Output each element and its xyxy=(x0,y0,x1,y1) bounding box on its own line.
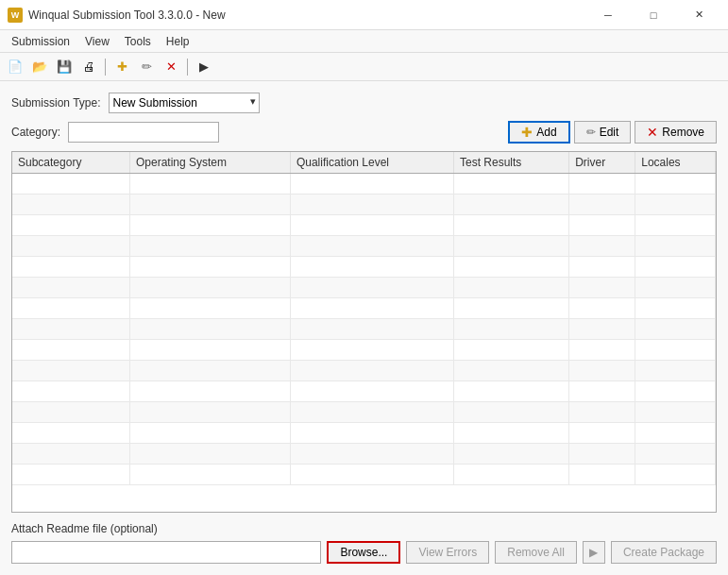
menu-help[interactable]: Help xyxy=(159,30,197,52)
submissions-table: Subcategory Operating System Qualificati… xyxy=(12,152,716,485)
col-locales: Locales xyxy=(635,152,716,174)
col-driver: Driver xyxy=(569,152,635,174)
title-bar-left: W Winqual Submission Tool 3.3.0.0 - New xyxy=(8,8,226,23)
submission-type-label: Submission Type: xyxy=(11,96,101,110)
category-input[interactable] xyxy=(68,122,219,143)
bottom-controls: Browse... View Errors Remove All ▶ Creat… xyxy=(11,541,717,564)
save-button[interactable]: 💾 xyxy=(53,56,76,78)
submission-type-row: Submission Type: New Submission Update S… xyxy=(11,93,717,113)
table-row[interactable] xyxy=(12,215,716,236)
menu-submission[interactable]: Submission xyxy=(4,30,77,52)
table-container: Subcategory Operating System Qualificati… xyxy=(11,151,717,513)
window-title: Winqual Submission Tool 3.3.0.0 - New xyxy=(28,8,226,22)
submission-type-select-wrapper: New Submission Update Submission xyxy=(109,93,260,113)
submission-type-select[interactable]: New Submission Update Submission xyxy=(109,93,260,113)
category-buttons: ✚ Add ✏ Edit ✕ Remove xyxy=(508,121,717,144)
remove-icon: ✕ xyxy=(647,125,658,140)
minimize-button[interactable]: ─ xyxy=(586,0,630,30)
table-row[interactable] xyxy=(12,257,716,278)
readme-label: Attach Readme file (optional) xyxy=(11,522,717,535)
bottom-area: Attach Readme file (optional) Browse... … xyxy=(11,522,717,564)
new-button[interactable]: 📄 xyxy=(4,56,26,78)
run-toolbar-button[interactable]: ▶ xyxy=(193,56,215,78)
remove-button[interactable]: ✕ Remove xyxy=(635,121,717,144)
menu-view[interactable]: View xyxy=(77,30,117,52)
toolbar: 📄 📂 💾 🖨 ✚ ✏ ✕ ▶ xyxy=(0,53,728,81)
table-row[interactable] xyxy=(12,361,716,381)
title-bar-controls: ─ □ ✕ xyxy=(586,0,720,30)
title-bar: W Winqual Submission Tool 3.3.0.0 - New … xyxy=(0,0,728,30)
edit-icon: ✏ xyxy=(586,126,596,139)
category-left: Category: xyxy=(11,122,219,143)
table-row[interactable] xyxy=(12,236,716,257)
edit-button[interactable]: ✏ Edit xyxy=(574,121,632,144)
table-body xyxy=(12,174,716,485)
col-qual-level: Qualification Level xyxy=(290,152,453,174)
toolbar-separator-1 xyxy=(105,59,106,76)
table-row[interactable] xyxy=(12,465,716,485)
table-row[interactable] xyxy=(12,278,716,298)
maximize-button[interactable]: □ xyxy=(632,0,675,30)
col-os: Operating System xyxy=(130,152,291,174)
table-row[interactable] xyxy=(12,340,716,361)
view-errors-button[interactable]: View Errors xyxy=(406,541,489,564)
readme-input[interactable] xyxy=(11,541,321,564)
col-subcategory: Subcategory xyxy=(12,152,130,174)
col-test-results: Test Results xyxy=(454,152,569,174)
table-row[interactable] xyxy=(12,402,716,423)
add-icon: ✚ xyxy=(521,125,533,140)
browse-button[interactable]: Browse... xyxy=(327,541,400,564)
table-row[interactable] xyxy=(12,298,716,319)
table-row[interactable] xyxy=(12,319,716,340)
table-row[interactable] xyxy=(12,381,716,402)
open-button[interactable]: 📂 xyxy=(28,56,51,78)
table-row[interactable] xyxy=(12,194,716,215)
table-header-row: Subcategory Operating System Qualificati… xyxy=(12,152,716,174)
edit-toolbar-button[interactable]: ✏ xyxy=(135,56,158,78)
category-label: Category: xyxy=(11,126,60,139)
add-toolbar-button[interactable]: ✚ xyxy=(110,56,133,78)
app-icon: W xyxy=(8,8,23,23)
remove-all-button[interactable]: Remove All xyxy=(495,541,577,564)
table-row[interactable] xyxy=(12,423,716,444)
close-button[interactable]: ✕ xyxy=(677,0,720,30)
table-row[interactable] xyxy=(12,444,716,465)
toolbar-separator-2 xyxy=(187,59,188,76)
main-content: Submission Type: New Submission Update S… xyxy=(0,81,728,575)
add-button[interactable]: ✚ Add xyxy=(508,121,569,144)
menu-tools[interactable]: Tools xyxy=(117,30,159,52)
print-button[interactable]: 🖨 xyxy=(77,56,100,78)
category-row: Category: ✚ Add ✏ Edit ✕ Remove xyxy=(11,121,717,144)
delete-toolbar-button[interactable]: ✕ xyxy=(160,56,182,78)
table-header: Subcategory Operating System Qualificati… xyxy=(12,152,716,174)
table-row[interactable] xyxy=(12,174,716,194)
create-package-button[interactable]: Create Package xyxy=(611,541,717,564)
menu-bar: Submission View Tools Help xyxy=(0,30,728,53)
play-icon-button[interactable]: ▶ xyxy=(583,541,605,564)
